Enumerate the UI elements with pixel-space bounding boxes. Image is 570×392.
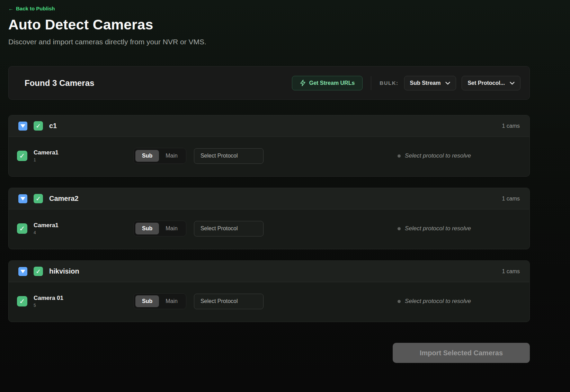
get-stream-urls-label: Get Stream URLs (309, 80, 355, 86)
import-selected-cameras-button[interactable]: Import Selected Cameras (393, 343, 530, 363)
back-link-label: Back to Publish (16, 6, 55, 11)
group-collapse-button[interactable] (18, 267, 27, 276)
checkmark-icon: ✓ (19, 224, 25, 233)
triangle-down-icon (20, 197, 25, 201)
chevron-down-icon (510, 80, 515, 86)
checkmark-icon: ✓ (36, 268, 41, 275)
camera-name: Camera 01 (34, 295, 63, 302)
status-dot-icon (398, 227, 401, 230)
lightning-icon (300, 80, 306, 86)
camera-id: 5 (34, 303, 63, 308)
stream-type-toggle: Sub Main (133, 293, 186, 309)
page-title: Auto Detect Cameras (8, 17, 530, 33)
camera-row: ✓ Camera1 4 Sub Main Select Protocol Sel… (9, 210, 529, 249)
sub-stream-toggle-button[interactable]: Sub (135, 150, 159, 162)
checkmark-icon: ✓ (36, 195, 41, 203)
page-subtitle: Discover and import cameras directly fro… (8, 38, 530, 46)
group-header-row: ✓ hikvision 1 cams (9, 261, 529, 282)
camera-checkbox[interactable]: ✓ (17, 151, 27, 161)
group-checkbox[interactable]: ✓ (34, 267, 43, 276)
page-container: ← Back to Publish Auto Detect Cameras Di… (8, 0, 530, 363)
camera-checkbox[interactable]: ✓ (17, 223, 27, 234)
checkmark-icon: ✓ (19, 297, 25, 305)
found-cameras-bar: Found 3 Cameras Get Stream URLs BULK: Su… (8, 66, 530, 100)
camera-status: Select protocol to resolve (398, 298, 471, 305)
camera-group-card: ✓ c1 1 cams ✓ Camera1 1 Sub Main (8, 115, 530, 177)
camera-group-card: ✓ hikvision 1 cams ✓ Camera 01 5 Sub (8, 260, 530, 322)
camera-row: ✓ Camera1 1 Sub Main Select Protocol Sel… (9, 137, 529, 176)
protocol-select[interactable]: Select Protocol (194, 294, 264, 309)
group-camera-count: 1 cams (502, 268, 520, 275)
camera-group-card: ✓ Camera2 1 cams ✓ Camera1 4 Sub M (8, 188, 530, 249)
camera-name-block: Camera1 1 (34, 149, 59, 162)
chevron-down-icon (445, 80, 450, 86)
group-checkbox[interactable]: ✓ (34, 121, 43, 131)
bulk-label: BULK: (380, 80, 398, 86)
group-header-row: ✓ c1 1 cams (9, 115, 529, 137)
footer: Import Selected Cameras (8, 343, 530, 363)
status-dot-icon (398, 300, 401, 303)
bulk-protocol-value: Set Protocol... (467, 80, 505, 86)
triangle-down-icon (20, 124, 25, 128)
camera-status-text: Select protocol to resolve (405, 298, 471, 305)
protocol-select[interactable]: Select Protocol (194, 148, 264, 164)
group-name: Camera2 (49, 195, 79, 203)
triangle-down-icon (20, 270, 25, 273)
status-dot-icon (398, 154, 401, 158)
camera-checkbox[interactable]: ✓ (17, 296, 27, 306)
stream-type-toggle: Sub Main (133, 148, 186, 164)
group-name: c1 (49, 122, 57, 130)
camera-name: Camera1 (34, 222, 59, 229)
bulk-stream-value: Sub Stream (410, 80, 441, 86)
camera-status-text: Select protocol to resolve (405, 152, 471, 159)
protocol-select[interactable]: Select Protocol (194, 221, 264, 237)
camera-name: Camera1 (34, 149, 59, 156)
group-collapse-button[interactable] (18, 194, 27, 203)
groups-list: ✓ c1 1 cams ✓ Camera1 1 Sub Main (8, 115, 530, 322)
camera-row: ✓ Camera 01 5 Sub Main Select Protocol S… (9, 282, 529, 322)
toolbar-divider (371, 76, 371, 90)
main-stream-toggle-button[interactable]: Main (159, 223, 184, 234)
camera-identity: ✓ Camera1 1 (17, 149, 133, 162)
group-checkbox[interactable]: ✓ (34, 194, 43, 203)
group-name: hikvision (49, 267, 79, 275)
checkmark-icon: ✓ (19, 152, 25, 160)
camera-id: 1 (34, 158, 59, 162)
back-arrow-icon: ← (8, 6, 14, 11)
main-stream-toggle-button[interactable]: Main (159, 150, 184, 162)
main-stream-toggle-button[interactable]: Main (159, 295, 184, 307)
back-to-publish-link[interactable]: ← Back to Publish (8, 6, 55, 11)
sub-stream-toggle-button[interactable]: Sub (135, 295, 159, 307)
group-collapse-button[interactable] (18, 122, 27, 131)
stream-type-toggle: Sub Main (133, 221, 186, 237)
checkmark-icon: ✓ (36, 122, 41, 130)
get-stream-urls-button[interactable]: Get Stream URLs (292, 76, 363, 90)
bulk-protocol-select[interactable]: Set Protocol... (462, 76, 520, 90)
bulk-stream-select[interactable]: Sub Stream (404, 76, 456, 90)
camera-name-block: Camera 01 5 (34, 295, 63, 308)
found-bar-actions: Get Stream URLs BULK: Sub Stream Set Pro… (292, 76, 520, 90)
camera-name-block: Camera1 4 (34, 222, 59, 235)
camera-identity: ✓ Camera 01 5 (17, 295, 133, 308)
camera-id: 4 (34, 230, 59, 235)
sub-stream-toggle-button[interactable]: Sub (135, 223, 159, 234)
group-camera-count: 1 cams (502, 196, 520, 202)
group-camera-count: 1 cams (502, 123, 520, 129)
found-cameras-label: Found 3 Cameras (25, 78, 94, 88)
camera-status: Select protocol to resolve (398, 225, 471, 232)
group-header-row: ✓ Camera2 1 cams (9, 188, 529, 210)
camera-status-text: Select protocol to resolve (405, 225, 471, 232)
camera-status: Select protocol to resolve (398, 152, 471, 159)
camera-identity: ✓ Camera1 4 (17, 222, 133, 235)
